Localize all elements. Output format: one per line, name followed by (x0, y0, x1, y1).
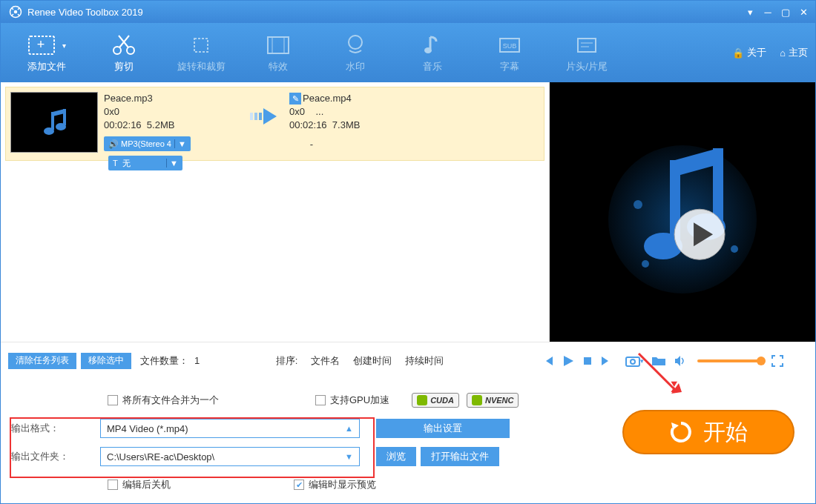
preview-checkbox[interactable]: ✔ (294, 480, 304, 490)
out-format-label: 输出格式： (11, 422, 100, 435)
refresh-icon (669, 420, 693, 444)
start-button[interactable]: 开始 (622, 410, 794, 454)
music-note-icon (420, 32, 445, 59)
toolbar-label: 旋转和裁剪 (177, 60, 226, 73)
file-count-label: 文件数量： (140, 354, 188, 368)
minimize-button[interactable]: ─ (759, 3, 777, 21)
play-overlay-icon[interactable] (673, 208, 726, 261)
close-button[interactable]: ✕ (794, 3, 812, 21)
about-link[interactable]: 🔒关于 (732, 46, 766, 59)
snapshot-button[interactable]: ▾ (625, 354, 644, 368)
toolbar-label: 特效 (269, 60, 288, 73)
convert-arrow-icon (245, 107, 289, 126)
toolbar-music: 音乐 (394, 27, 471, 79)
output-settings-button[interactable]: 输出设置 (376, 419, 510, 438)
gpu-label: 支持GPU加速 (330, 394, 389, 407)
svg-point-1 (14, 10, 18, 14)
dest-dash: - (289, 138, 334, 151)
gpu-checkbox[interactable] (315, 395, 326, 405)
shutdown-checkbox[interactable] (108, 480, 118, 490)
toolbar-label: 字幕 (500, 60, 519, 73)
toolbar-watermark: 水印 (317, 27, 394, 79)
sort-label: 排序: (276, 354, 298, 368)
source-dur-size: 00:02:16 5.2MB (104, 119, 245, 132)
stop-button[interactable] (582, 356, 593, 366)
svg-rect-6 (194, 39, 208, 52)
film-icon (266, 32, 291, 59)
app-logo-icon (8, 4, 23, 19)
svg-point-5 (127, 47, 134, 54)
svg-rect-7 (268, 37, 289, 53)
svg-rect-14 (578, 39, 596, 52)
prev-button[interactable] (542, 355, 554, 367)
crop-icon (188, 32, 214, 59)
toolbar-effects: 特效 (240, 27, 317, 79)
fullscreen-button[interactable] (771, 355, 783, 367)
sort-by-duration[interactable]: 持续时间 (405, 354, 444, 368)
svg-point-24 (731, 245, 738, 253)
window-title: Renee Video Toolbox 2019 (27, 7, 741, 18)
clear-list-button[interactable]: 清除任务列表 (8, 353, 76, 369)
card-icon (574, 32, 599, 59)
merge-checkbox[interactable] (108, 395, 118, 405)
sort-by-name[interactable]: 文件名 (311, 354, 340, 368)
home-icon: ⌂ (780, 47, 786, 59)
toolbar-subtitle: SUB 字幕 (471, 27, 548, 79)
play-button[interactable] (562, 354, 575, 368)
remove-selected-button[interactable]: 移除选中 (81, 353, 131, 369)
open-output-button[interactable]: 打开输出文件 (421, 447, 499, 466)
dest-dim: 0x0 ... (289, 105, 438, 119)
triangle-down-icon: ▼ (345, 452, 353, 461)
file-list: Peace.mp3 0x0 00:02:16 5.2MB 🔊 MP3(Stere… (1, 82, 550, 342)
titlebar: Renee Video Toolbox 2019 ▾ ─ ▢ ✕ (1, 1, 815, 23)
edit-icon[interactable]: ✎ (289, 93, 301, 105)
source-dim: 0x0 (104, 105, 245, 119)
svg-text:SUB: SUB (503, 42, 517, 50)
toolbar-add-file[interactable]: +▾ 添加文件 (8, 27, 85, 79)
file-count: 1 (194, 355, 200, 366)
list-controls: 清除任务列表 移除选中 文件数量： 1 排序: 文件名 创建时间 持续时间 ▾ (1, 342, 815, 379)
nvenc-badge: NVENC (467, 393, 519, 408)
toolbar-intro-outro: 片头/片尾 (548, 27, 625, 79)
svg-point-17 (44, 127, 54, 135)
next-button[interactable] (600, 355, 612, 367)
svg-rect-19 (250, 113, 253, 120)
svg-rect-30 (584, 357, 591, 365)
svg-point-4 (113, 47, 121, 54)
toolbar-label: 音乐 (423, 60, 442, 73)
svg-rect-20 (254, 113, 257, 120)
open-folder-button[interactable] (651, 355, 666, 367)
toolbar-label: 添加文件 (27, 60, 66, 73)
file-row[interactable]: Peace.mp3 0x0 00:02:16 5.2MB 🔊 MP3(Stere… (5, 87, 544, 161)
out-folder-combo[interactable]: C:\Users\RE-ac\Desktop\▼ (100, 447, 360, 466)
maximize-button[interactable]: ▢ (777, 3, 794, 21)
player-controls: ▾ (542, 354, 808, 368)
dest-info: ✎Peace.mp4 0x0 ... 00:02:16 7.3MB - (289, 92, 438, 151)
toolbar-cut[interactable]: 剪切 (85, 27, 162, 79)
out-format-combo[interactable]: MP4 Video (*.mp4)▲ (100, 419, 360, 438)
merge-label: 将所有文件合并为一个 (122, 394, 219, 407)
svg-point-26 (642, 260, 649, 268)
svg-point-11 (424, 47, 432, 53)
preview-label: 编辑时显示预览 (309, 478, 376, 491)
svg-point-23 (634, 200, 642, 209)
main-body: Peace.mp3 0x0 00:02:16 5.2MB 🔊 MP3(Stere… (1, 82, 815, 342)
home-link[interactable]: ⌂主页 (780, 46, 808, 59)
shutdown-label: 编辑后关机 (122, 478, 171, 491)
browse-button[interactable]: 浏览 (376, 447, 416, 466)
preview-panel (550, 82, 815, 342)
svg-point-32 (631, 359, 635, 364)
toolbar-rotate-crop: 旋转和裁剪 (162, 27, 240, 79)
sort-by-ctime[interactable]: 创建时间 (353, 354, 392, 368)
format-pill[interactable]: 🔊 MP3(Stereo 4▼ (104, 136, 191, 151)
out-folder-label: 输出文件夹： (11, 450, 100, 463)
volume-icon[interactable] (674, 355, 687, 367)
dropdown-icon[interactable]: ▾ (741, 3, 759, 21)
volume-slider[interactable] (697, 359, 761, 362)
svg-text:+: + (36, 37, 45, 52)
subtitle-pill[interactable]: T 无▼ (108, 156, 182, 170)
speaker-icon: 🔊 (108, 139, 119, 149)
toolbar-label: 水印 (346, 60, 365, 73)
text-icon: T (113, 159, 118, 168)
toolbar: +▾ 添加文件 剪切 旋转和裁剪 特效 水印 音乐 SUB 字幕 片头/片尾 🔒… (1, 23, 815, 82)
